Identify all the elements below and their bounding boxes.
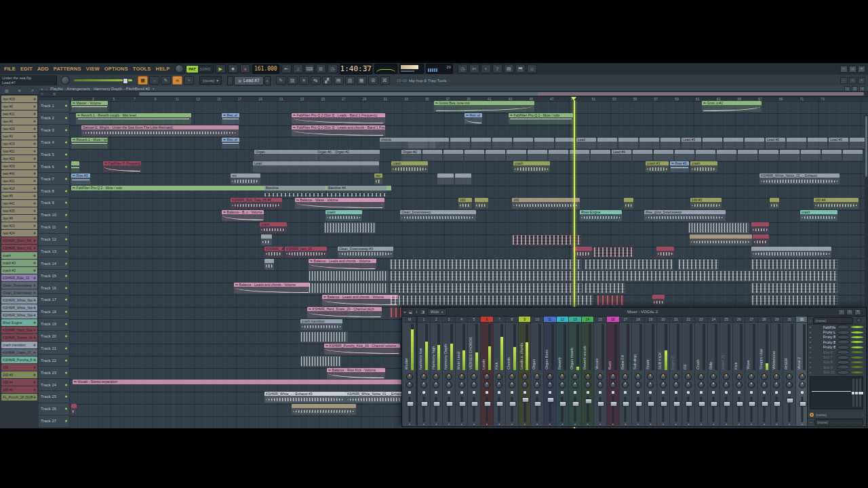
picker-item[interactable]: Clean_Downsweep #3✛ [1,289,37,296]
clip[interactable]: 160 #3 [690,198,722,209]
menu-item-view[interactable]: VIEW [86,66,100,72]
clip[interactable]: crash [326,210,362,221]
clip[interactable] [652,295,665,306]
stereo-knob[interactable] [534,382,540,388]
zoom-icon[interactable]: ⊙ [41,92,43,96]
channel-number[interactable]: 16 [607,317,619,323]
clip[interactable]: Riser Engine [580,210,622,221]
channel-number[interactable]: 11 [544,317,556,323]
mute-led[interactable] [448,391,450,394]
clip[interactable]: ✏ Balance - Leads and chords - Volume [322,295,398,306]
help-icon[interactable]: ? [492,64,502,73]
move-handle-icon[interactable]: ✛ [33,194,36,198]
picker-item[interactable]: crash #3✛ [1,260,37,266]
fx-mix-knob[interactable] [837,370,850,375]
move-handle-icon[interactable]: ✛ [33,306,36,310]
clip[interactable]: ✏ Balance - Leads and chords - Volume [309,259,376,270]
mixer-title-bar[interactable]: ▸ ⬓ ⇓ ◨ Wide ▸ Mixer - VOCAL 2 – □ × [402,308,866,317]
fader-handle[interactable] [471,401,479,407]
track-mute-led[interactable] [65,336,67,338]
mixer-strip-wave[interactable]: 27Wave▴ [745,317,758,426]
channel-number[interactable]: 30 [783,317,795,323]
slip-tool-icon[interactable]: ↹ [311,76,321,85]
clip[interactable]: 160 #4 [814,198,859,209]
fx-slot-5[interactable]: ▸Fruity Balance [808,345,865,350]
mute-led[interactable] [662,391,665,394]
mixer-strip-riser[interactable]: 30RISER▴ [783,317,796,426]
pan-knob[interactable] [673,373,679,380]
mixer-strip-fill[interactable]: 22Fill▴ [682,317,695,426]
clip[interactable]: ✏ FabFilter Pro-Q 2 [Slot 3] - Leads and… [292,125,385,136]
clip[interactable] [390,259,582,270]
picker-item[interactable]: crash✛ [1,252,37,259]
close-button[interactable]: × [858,66,865,73]
move-handle-icon[interactable]: ✛ [33,365,36,369]
move-handle-icon[interactable]: ✛ [33,395,36,399]
channel-number[interactable]: 24 [708,317,720,323]
picker-item[interactable]: raw #3✛ [1,133,37,140]
move-handle-icon[interactable]: ✛ [33,142,36,146]
clip[interactable] [292,404,356,415]
fx-enable-led[interactable] [851,357,863,359]
volume-fader[interactable] [776,396,778,422]
volume-fader[interactable] [700,396,702,422]
clip[interactable] [688,222,749,233]
clip[interactable] [597,138,617,148]
send-arrow-icon[interactable]: ▴ [701,422,702,426]
clip[interactable] [585,283,625,293]
track-mute-led[interactable] [65,239,67,241]
clip[interactable] [71,161,79,172]
clip[interactable] [475,198,488,209]
clip[interactable] [300,356,341,367]
mixer-strip-snappy-clap[interactable]: 28Snappy clap▴ [758,317,771,426]
track-mute-led[interactable] [65,226,67,228]
channel-number[interactable]: 3 [443,317,455,323]
channel-number[interactable]: 17 [620,317,632,323]
picker-item[interactable]: raw #15✛ [1,96,37,102]
mixer-strip-bass[interactable]: 16Bass▴ [607,317,620,426]
send-arrow-icon[interactable]: ▴ [473,422,475,426]
volume-fader[interactable] [675,396,677,422]
fader-handle[interactable] [610,401,617,407]
picker-item[interactable]: FL_Punch_18 (SUB)✛ [1,394,37,401]
pattern-minus-button[interactable]: - [227,76,233,85]
clip[interactable] [429,138,449,148]
clip[interactable] [507,150,526,161]
mute-led[interactable] [486,391,488,394]
clip[interactable] [534,138,554,148]
clip[interactable]: ✏ FabFilter P..Frequency [103,161,141,172]
picker-item[interactable]: crash transition✛ [1,342,37,348]
clip[interactable] [390,283,583,293]
clip[interactable]: KSHMR_White_.. - Exhaust #3 [264,392,346,403]
mute-led[interactable] [561,391,564,394]
clip[interactable]: ✏ Reverb 1 - Reverb vocals - Wet level [76,113,191,124]
mute-led[interactable] [587,391,589,394]
stereo-knob[interactable] [559,382,566,388]
clip[interactable] [465,150,484,161]
move-handle-icon[interactable]: ✛ [33,268,36,272]
clip[interactable]: ✏ Balance - B..c - Volume [222,210,264,221]
clip[interactable] [513,138,533,148]
stereo-knob[interactable] [406,382,413,388]
clip[interactable] [787,138,806,148]
mute-led[interactable] [422,391,425,394]
clip[interactable] [770,198,779,209]
fx-slot-6[interactable]: ▸Slot 6 [808,350,865,354]
picker-item[interactable]: raw #31✛ [1,178,37,184]
stop-button[interactable]: ■ [228,64,238,73]
mixer-view-selector[interactable]: Wide ▸ [427,308,447,316]
picker-item[interactable]: KSHMR_Short_Fill_1✛ [1,245,37,251]
clip[interactable] [690,235,752,245]
clip[interactable]: Lead #4 [612,150,631,161]
channel-number[interactable]: M [403,317,416,323]
clip[interactable]: ✏ Balance - Wave - Volume [295,198,384,209]
mute-led[interactable] [408,391,411,394]
track-mute-led[interactable] [65,347,67,349]
fader-handle[interactable] [787,398,794,403]
slice-tool-icon[interactable]: ▞ [322,76,332,85]
send-arrow-icon[interactable]: ▴ [612,422,614,426]
stereo-knob[interactable] [736,382,743,388]
volume-fader[interactable] [549,396,551,422]
track-header[interactable]: Track 12 [39,234,69,246]
track-header[interactable]: Track 1 [39,100,69,113]
